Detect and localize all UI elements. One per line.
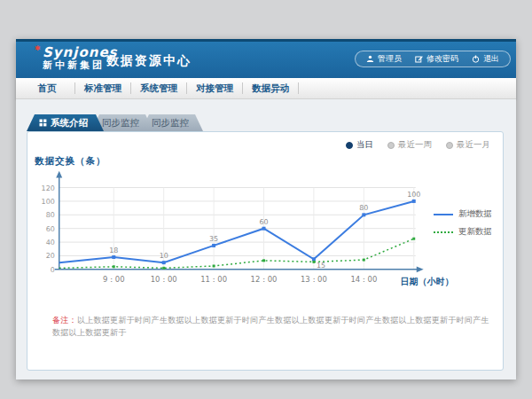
radio-unselected-icon [446,142,453,149]
nav-item-interface-mgmt[interactable]: 对接管理 [187,82,243,94]
nav-item-home[interactable]: 首页 [20,82,75,94]
user-toolbar: 管理员 修改密码 退出 [355,51,511,67]
svg-text:35: 35 [209,235,218,243]
power-icon [472,55,480,63]
tab-label: 系统介绍 [51,117,88,129]
nav-item-data-change[interactable]: 数据异动 [243,82,299,94]
svg-text:14：00: 14：00 [350,275,377,284]
svg-text:80: 80 [359,204,368,212]
svg-text:15: 15 [317,262,325,270]
legend-label: 新增数据 [458,208,492,220]
radio-label: 最近一周 [398,139,432,151]
main-nav: 首页 标准管理 系统管理 对接管理 数据异动 [16,78,516,99]
admin-user-label: 管理员 [378,53,402,65]
nav-item-standard-mgmt[interactable]: 标准管理 [75,82,131,94]
footer-note: 备注：以上数据更新于时间产生数据以上数据更新于时间产生数据以上数据更新于时间产生… [52,315,490,339]
svg-text:40: 40 [46,239,55,246]
legend-item-new-data[interactable]: 新增数据 [434,208,492,220]
svg-text:100: 100 [407,191,420,199]
svg-text:12：00: 12：00 [251,275,278,284]
svg-text:0: 0 [51,266,55,274]
logout-button[interactable]: 退出 [472,53,499,65]
svg-text:80: 80 [46,211,55,219]
nav-item-system-mgmt[interactable]: 系统管理 [131,82,187,94]
tab-label: 同步监控 [152,117,189,129]
chart-legend: 新增数据 更新数据 [434,208,492,238]
svg-text:10：00: 10：00 [151,275,177,284]
svg-text:13：00: 13：00 [301,275,327,284]
radio-last-month[interactable]: 最近一月 [446,139,490,151]
svg-text:100: 100 [42,198,55,206]
svg-text:60: 60 [259,218,268,226]
radio-label: 当日 [356,139,373,151]
grid-icon [39,118,47,129]
radio-last-week[interactable]: 最近一周 [387,139,432,151]
svg-text:60: 60 [46,225,55,233]
logo-star-icon: ✱ [35,44,41,52]
footer-note-label: 备注： [52,316,77,325]
radio-today[interactable]: 当日 [346,139,373,151]
user-icon [366,55,374,63]
chart-panel: 当日 最近一周 最近一月 数据交换（条） 0204060801001209：00… [27,131,504,371]
tab-system-intro[interactable]: 系统介绍 [27,114,104,131]
svg-text:20: 20 [46,252,55,260]
change-password-label: 修改密码 [426,53,458,65]
radio-label: 最近一月 [457,139,490,151]
tab-bar: 系统介绍 同步监控 同步监控 [27,114,203,131]
solid-line-swatch [434,214,453,215]
tab-label: 同步监控 [102,117,139,129]
svg-text:18: 18 [109,246,118,254]
app-header: ✱ Synjones 新中新集团 数据资源中心 管理员 修改密码 退出 [16,39,516,78]
legend-item-update-data[interactable]: 更新数据 [434,226,492,238]
tab-sync-monitor-2[interactable]: 同步监控 [141,114,203,131]
logout-label: 退出 [483,53,499,65]
legend-label: 更新数据 [458,226,492,238]
edit-icon [415,55,423,63]
svg-text:11：00: 11：00 [200,275,227,284]
admin-user-button[interactable]: 管理员 [366,53,402,65]
svg-text:9：00: 9：00 [103,275,125,284]
radio-selected-icon [346,142,353,149]
svg-text:10: 10 [160,252,168,260]
dotted-line-swatch [434,231,453,233]
radio-unselected-icon [387,142,395,149]
content-area: 系统介绍 同步监控 同步监控 当日 最近一周 [16,99,516,379]
svg-text:日期（小时）: 日期（小时） [401,277,453,286]
page-title: 数据资源中心 [106,53,192,69]
app-window: ✱ Synjones 新中新集团 数据资源中心 管理员 修改密码 退出 首页 标… [16,39,516,379]
time-range-filters: 当日 最近一周 最近一月 [346,139,490,151]
footer-note-text: 以上数据更新于时间产生数据以上数据更新于时间产生数据以上数据更新于时间产生数据以… [52,316,489,337]
svg-text:120: 120 [42,184,55,192]
change-password-button[interactable]: 修改密码 [415,53,458,65]
